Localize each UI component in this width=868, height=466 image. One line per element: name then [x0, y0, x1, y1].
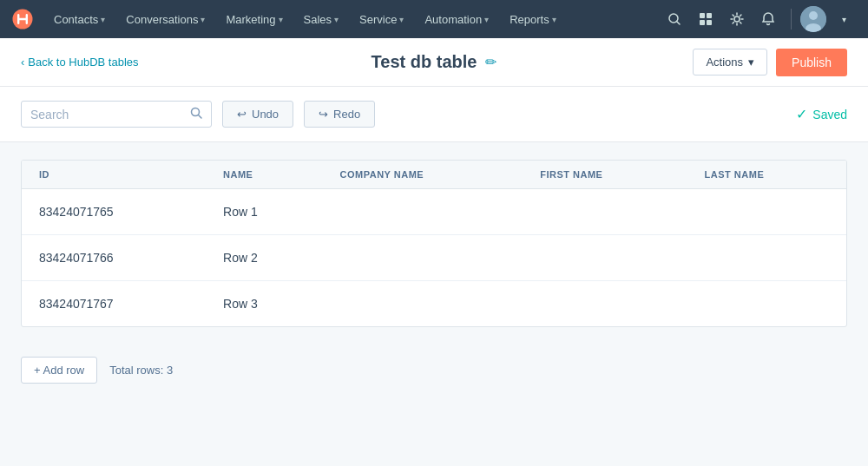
svg-rect-5: [700, 20, 705, 25]
table-row[interactable]: 83424071767 Row 3: [22, 281, 846, 327]
nav-item-conversations[interactable]: Conversations ▾: [117, 8, 214, 31]
cell-lastname: [687, 189, 846, 235]
cell-lastname: [687, 235, 846, 281]
publish-button[interactable]: Publish: [776, 49, 847, 76]
undo-button[interactable]: ↩ Undo: [222, 101, 293, 128]
nav-item-contacts[interactable]: Contacts ▾: [45, 8, 114, 31]
chevron-down-icon: ▾: [552, 15, 556, 24]
col-header-firstname: FIRST NAME: [523, 161, 687, 189]
cell-firstname: [523, 281, 687, 327]
subheader: ‹ Back to HubDB tables Test db table ✏ A…: [0, 38, 868, 87]
actions-button[interactable]: Actions ▾: [693, 49, 767, 75]
back-arrow-icon: ‹: [21, 56, 24, 69]
marketplace-icon[interactable]: [692, 5, 720, 33]
cell-firstname: [523, 235, 687, 281]
cell-id: 83424071765: [22, 189, 206, 235]
search-icon[interactable]: [661, 5, 688, 33]
saved-status: ✓ Saved: [796, 106, 847, 122]
notifications-icon[interactable]: [754, 5, 782, 33]
chevron-down-icon: ▾: [484, 15, 489, 24]
chevron-down-icon: ▾: [279, 15, 283, 24]
chevron-down-icon: ▾: [101, 15, 105, 24]
search-box[interactable]: [21, 101, 212, 128]
table-header: ID NAME COMPANY NAME FIRST NAME LAST NAM…: [22, 161, 846, 189]
account-chevron-icon[interactable]: ▾: [830, 5, 858, 33]
col-header-lastname: LAST NAME: [687, 161, 846, 189]
nav-item-marketing[interactable]: Marketing ▾: [217, 8, 291, 31]
total-rows-label: Total rows: 3: [109, 364, 173, 377]
search-input[interactable]: [30, 108, 183, 121]
chevron-down-icon: ▾: [201, 15, 205, 24]
col-header-company: COMPANY NAME: [323, 161, 523, 189]
add-row-button[interactable]: + Add row: [21, 357, 97, 384]
redo-button[interactable]: ↪ Redo: [304, 101, 375, 128]
chevron-down-icon: ▾: [334, 15, 339, 24]
nav-item-automation[interactable]: Automation ▾: [416, 8, 497, 31]
col-header-id: ID: [22, 161, 206, 189]
nav-divider: [791, 9, 792, 30]
data-table-container: ID NAME COMPANY NAME FIRST NAME LAST NAM…: [21, 160, 847, 327]
cell-id: 83424071767: [22, 281, 206, 327]
cell-company: [323, 189, 523, 235]
cell-company: [323, 235, 523, 281]
undo-icon: ↩: [237, 108, 247, 121]
svg-line-2: [677, 22, 681, 25]
nav-item-sales[interactable]: Sales ▾: [295, 8, 348, 31]
avatar[interactable]: [800, 6, 826, 32]
col-header-name: NAME: [206, 161, 322, 189]
cell-company: [323, 281, 523, 327]
actions-chevron-icon: ▾: [748, 56, 754, 69]
page-title: Test db table: [372, 52, 477, 72]
top-navigation: Contacts ▾ Conversations ▾ Marketing ▾ S…: [0, 0, 868, 38]
cell-name: Row 3: [206, 281, 322, 327]
search-icon: [190, 107, 202, 121]
redo-icon: ↪: [319, 108, 328, 121]
check-icon: ✓: [796, 106, 807, 122]
nav-item-service[interactable]: Service ▾: [351, 8, 412, 31]
chevron-down-icon: ▾: [399, 15, 404, 24]
data-table: ID NAME COMPANY NAME FIRST NAME LAST NAM…: [22, 161, 846, 326]
cell-lastname: [687, 281, 846, 327]
hubspot-logo[interactable]: [10, 7, 35, 31]
page-title-area: Test db table ✏: [372, 52, 497, 72]
back-link[interactable]: ‹ Back to HubDB tables: [21, 56, 139, 69]
toolbar: ↩ Undo ↪ Redo ✓ Saved: [0, 87, 868, 142]
svg-point-7: [734, 16, 740, 22]
subheader-actions: Actions ▾ Publish: [693, 49, 847, 76]
nav-item-reports[interactable]: Reports ▾: [501, 8, 565, 31]
cell-name: Row 1: [206, 189, 322, 235]
table-footer: + Add row Total rows: 3: [0, 345, 868, 396]
svg-rect-4: [707, 13, 712, 18]
svg-line-12: [199, 115, 202, 119]
svg-rect-6: [707, 20, 712, 25]
cell-id: 83424071766: [22, 235, 206, 281]
table-row[interactable]: 83424071766 Row 2: [22, 235, 846, 281]
settings-icon[interactable]: [723, 5, 751, 33]
svg-point-9: [809, 11, 818, 20]
edit-icon[interactable]: ✏: [485, 54, 496, 70]
cell-firstname: [523, 189, 687, 235]
cell-name: Row 2: [206, 235, 322, 281]
svg-rect-3: [700, 13, 705, 18]
table-row[interactable]: 83424071765 Row 1: [22, 189, 846, 235]
table-body: 83424071765 Row 1 83424071766 Row 2 8342…: [22, 189, 846, 327]
